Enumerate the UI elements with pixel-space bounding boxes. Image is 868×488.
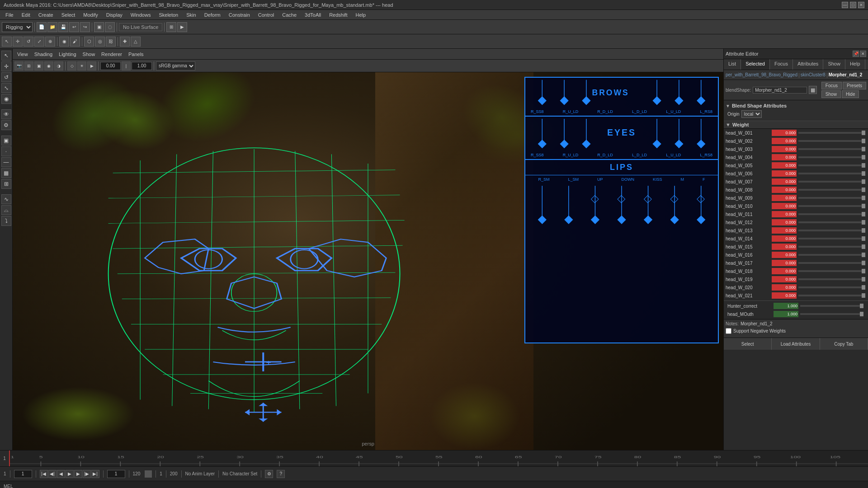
weight-slider-head_W_012[interactable] — [798, 221, 865, 223]
light-btn[interactable]: ☀ — [77, 61, 86, 70]
menu-windows[interactable]: Windows — [127, 11, 155, 19]
weight-input-head_W_005[interactable] — [772, 162, 797, 169]
weight-input-head_W_006[interactable] — [772, 170, 797, 177]
paint-skin-btn[interactable]: 🖌 — [70, 37, 80, 47]
soft-select-btn[interactable]: ◉ — [59, 37, 69, 47]
weight-input-hunter[interactable] — [774, 303, 798, 309]
weight-slider-head_W_004[interactable] — [798, 156, 865, 158]
weight-slider-head_W_003[interactable] — [798, 148, 865, 150]
universal-tool[interactable]: ⊕ — [45, 37, 55, 47]
weight-slider-hunter[interactable] — [800, 305, 863, 307]
path-part1[interactable]: per_with_Barrett_98_Bravo_Rigged — [726, 72, 797, 77]
select-btn[interactable]: ▣ — [94, 22, 104, 32]
new-file-btn[interactable]: 📄 — [37, 22, 47, 32]
select-lt-btn[interactable]: ↖ — [1, 51, 11, 61]
render-btn[interactable]: ▶ — [177, 22, 187, 32]
weight-input-head_W_021[interactable] — [772, 292, 797, 299]
edge-lt-btn[interactable]: — — [1, 157, 11, 167]
soft-lt-btn[interactable]: ◉ — [1, 94, 11, 104]
fold-btn[interactable]: △ — [131, 37, 141, 47]
menu-select[interactable]: Select — [58, 11, 79, 19]
weight-input-head_W_007[interactable] — [772, 178, 797, 185]
move-lt-btn[interactable]: ✛ — [1, 61, 11, 71]
lighting-menu[interactable]: Lighting — [56, 51, 79, 58]
play-btn[interactable]: ▶ — [66, 470, 74, 478]
tab-show[interactable]: Show — [823, 59, 845, 70]
tab-selected[interactable]: Selected — [741, 59, 770, 70]
weight-input-head_W_014[interactable] — [772, 235, 797, 242]
weight-slider-head_W_008[interactable] — [798, 189, 865, 191]
weight-slider-head_W_018[interactable] — [798, 270, 865, 272]
weight-slider-head_W_010[interactable] — [798, 205, 865, 207]
weight-slider-head_W_011[interactable] — [798, 213, 865, 215]
tab-help[interactable]: Help — [845, 59, 865, 70]
weight-slider-head_W_006[interactable] — [798, 173, 865, 174]
menu-constrain[interactable]: Constrain — [225, 11, 254, 19]
show-lt-btn[interactable]: 👁 — [1, 109, 11, 119]
weight-input-head_W_010[interactable] — [772, 203, 797, 209]
weight-slider-head_W_009[interactable] — [798, 197, 865, 199]
cmd-input[interactable] — [17, 484, 864, 488]
next-key-btn[interactable]: |▶ — [83, 470, 91, 478]
blend-shape-pick-btn[interactable]: ▦ — [809, 86, 817, 94]
start-frame-input[interactable] — [14, 470, 32, 478]
copy-tab-btn[interactable]: Copy Tab — [820, 338, 868, 350]
weight-slider-head_W_017[interactable] — [798, 262, 865, 264]
weight-slider-head_W_001[interactable] — [798, 132, 865, 134]
color-space-dropdown[interactable]: sRGB gamma — [156, 61, 195, 70]
lasso-btn[interactable]: ◌ — [105, 22, 115, 32]
weight-slider-head_W_021[interactable] — [798, 295, 865, 296]
snap-btn[interactable]: ⊞ — [166, 22, 176, 32]
weight-input-head_W_013[interactable] — [772, 227, 797, 234]
weight-slider-head_W_013[interactable] — [798, 230, 865, 231]
weight-slider-head_W_019[interactable] — [798, 278, 865, 280]
tab-list[interactable]: List — [724, 59, 741, 70]
jump-end-btn[interactable]: ▶| — [91, 470, 99, 478]
scale-lt-btn[interactable]: ⤡ — [1, 83, 11, 93]
menu-cache[interactable]: Cache — [278, 11, 300, 19]
viewport[interactable]: + — [13, 72, 723, 450]
weight-slider-head_W_002[interactable] — [798, 140, 865, 142]
neg-weights-checkbox[interactable] — [726, 328, 731, 334]
attr-lt-btn[interactable]: ⚙ — [1, 120, 11, 130]
show-menu[interactable]: Show — [80, 51, 98, 58]
weight-slider-head_W_005[interactable] — [798, 164, 865, 166]
vert-lt-btn[interactable]: · — [1, 146, 11, 156]
settings-btn[interactable]: ⚙ — [265, 470, 273, 478]
menu-modify[interactable]: Modify — [80, 11, 101, 19]
far-clip-input[interactable] — [132, 62, 152, 70]
weight-input-head_W_001[interactable] — [772, 130, 797, 136]
menu-file[interactable]: File — [2, 11, 17, 19]
rivet-btn[interactable]: ✚ — [120, 37, 130, 47]
presets-btn[interactable]: Presets — [843, 82, 866, 89]
origin-select[interactable]: local — [741, 110, 762, 118]
rotate-lt-btn[interactable]: ↺ — [1, 72, 11, 82]
mode-dropdown[interactable]: Rigging — [2, 22, 33, 32]
weight-input-head_W_004[interactable] — [772, 154, 797, 160]
menu-skeleton[interactable]: Skeleton — [155, 11, 182, 19]
grid-btn[interactable]: ⊞ — [24, 61, 33, 70]
weight-slider-head_W_014[interactable] — [798, 238, 865, 239]
weight-input-head_W_012[interactable] — [772, 219, 797, 225]
weight-input-head_W_003[interactable] — [772, 146, 797, 152]
cluster-btn[interactable]: ⬡ — [84, 37, 94, 47]
camera-btn[interactable]: 📷 — [14, 61, 24, 70]
weight-input-head_W_016[interactable] — [772, 252, 797, 258]
weight-input-head_W_018[interactable] — [772, 268, 797, 274]
path-part3[interactable]: Morpher_nd1_2 — [829, 72, 862, 77]
shading-menu[interactable]: Shading — [32, 51, 55, 58]
focus-btn[interactable]: Focus — [821, 82, 842, 89]
weight-slider-head_W_015[interactable] — [798, 246, 865, 248]
joint-btn[interactable]: ◎ — [95, 37, 105, 47]
close-button[interactable]: ✕ — [858, 2, 864, 8]
open-file-btn[interactable]: 📁 — [47, 22, 57, 32]
weight-input-head_W_017[interactable] — [772, 260, 797, 266]
smooth-btn[interactable]: ◉ — [44, 61, 53, 70]
face-lt-btn[interactable]: ▦ — [1, 168, 11, 178]
weight-input-head_W_019[interactable] — [772, 276, 797, 282]
scale-tool[interactable]: ⤢ — [34, 37, 44, 47]
tab-attributes[interactable]: Attributes — [793, 59, 823, 70]
blend-shape-header[interactable]: ▼ Blend Shape Attributes — [726, 102, 866, 109]
iso-btn[interactable]: ◇ — [67, 61, 76, 70]
arrow-tool[interactable]: ↖ — [2, 37, 12, 47]
